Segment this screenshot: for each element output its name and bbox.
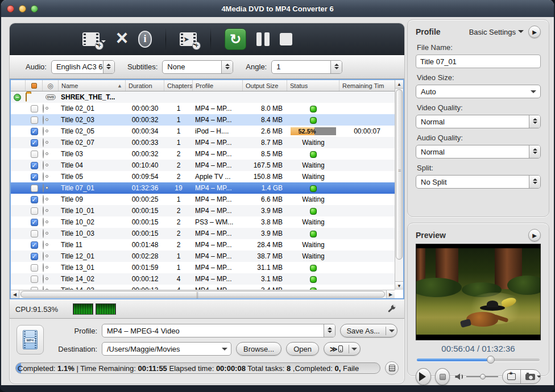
table-row[interactable]: Title 07_01 01:32:36 19 MP4 – MP... 1.4 … bbox=[11, 182, 395, 194]
stepper-icon[interactable] bbox=[529, 145, 540, 158]
row-checkbox[interactable]: ✓ bbox=[31, 241, 38, 249]
subtitles-select[interactable]: None bbox=[162, 60, 233, 74]
profile-select[interactable]: MP4 – MPEG-4 Video bbox=[102, 324, 336, 337]
preset-select[interactable]: Basic Settings bbox=[469, 28, 524, 36]
preview-expand-button[interactable]: ▶ bbox=[528, 229, 541, 241]
table-row[interactable]: Title 02_03 00:00:32 1 MP4 – MP... 8.4 M… bbox=[11, 114, 395, 126]
column-disc[interactable]: ◎ bbox=[43, 80, 59, 91]
row-checkbox[interactable]: ✓ bbox=[31, 128, 38, 135]
volume-knob[interactable] bbox=[480, 374, 486, 380]
row-checkbox[interactable] bbox=[31, 264, 38, 272]
title-profile: MP4 – MP... bbox=[193, 241, 243, 249]
row-checkbox[interactable] bbox=[31, 151, 38, 158]
transfer-dropdown-arrow-icon[interactable] bbox=[349, 345, 360, 353]
column-profile[interactable]: Profile bbox=[193, 80, 243, 91]
collapse-expander-icon[interactable]: − bbox=[14, 94, 21, 101]
video-quality-select[interactable]: Normal bbox=[416, 115, 541, 128]
table-row[interactable]: Title 03 00:00:32 2 MP4 – MP... 8.5 MB bbox=[11, 148, 395, 160]
stepper-icon[interactable] bbox=[324, 324, 335, 337]
open-button[interactable]: Open bbox=[286, 342, 319, 356]
destination-select[interactable]: /Users/Maggie/Movies bbox=[102, 342, 231, 356]
row-checkbox[interactable] bbox=[31, 230, 38, 237]
horizontal-scroll-thumb[interactable] bbox=[20, 291, 385, 298]
scroll-right-icon[interactable]: ▶ bbox=[386, 290, 395, 298]
row-checkbox[interactable]: ✓ bbox=[31, 196, 38, 203]
table-row[interactable]: ✓ Title 11 00:01:48 2 MP4 – MP... 28.4 M… bbox=[11, 239, 395, 251]
dvd-icon: DVD bbox=[45, 94, 56, 100]
stepper-icon[interactable] bbox=[529, 176, 540, 188]
seek-knob[interactable] bbox=[487, 356, 495, 364]
column-remaining[interactable]: Remaining Tim bbox=[339, 80, 395, 91]
scroll-left-icon[interactable]: ◀ bbox=[11, 290, 19, 298]
stepper-icon[interactable] bbox=[330, 61, 342, 73]
vertical-scroll-thumb[interactable] bbox=[396, 89, 403, 260]
volume-slider[interactable] bbox=[466, 373, 498, 380]
audio-quality-select[interactable]: Normal bbox=[416, 145, 541, 159]
table-row[interactable]: Title 13_01 00:01:59 1 MP4 – MP... 31.1 … bbox=[11, 262, 395, 273]
audio-select[interactable]: English AC3 6cl bbox=[51, 60, 115, 74]
add-file-button[interactable]: ➤ + bbox=[180, 32, 197, 46]
title-chapters: 1 bbox=[164, 127, 193, 135]
table-row[interactable]: Title 14_03 00:00:13 4 MP4 – MP... 3.4 M… bbox=[11, 285, 395, 290]
video-size-select[interactable]: Auto bbox=[416, 85, 541, 98]
horizontal-scrollbar[interactable]: ◀ ▶ bbox=[11, 290, 395, 298]
table-row[interactable]: ✓ Title 02_07 00:00:33 1 MP4 – MP... 8.7… bbox=[11, 137, 395, 148]
table-row[interactable]: ✓ Title 05 00:09:54 2 Apple TV ... 150.8… bbox=[11, 171, 395, 182]
row-checkbox[interactable]: ✓ bbox=[31, 162, 38, 169]
table-row[interactable]: ✓ Title 02_05 00:00:34 1 iPod – H.... 2.… bbox=[11, 126, 395, 137]
table-row-folder[interactable]: − DVD SHREK_THE_T... bbox=[11, 91, 395, 103]
column-duration[interactable]: Duration bbox=[126, 80, 164, 91]
stepper-icon[interactable] bbox=[103, 61, 114, 73]
split-select[interactable]: No Split bbox=[416, 175, 541, 189]
table-row[interactable]: Title 14_02 00:00:12 4 MP4 – MP... 3.1 M… bbox=[11, 273, 395, 285]
column-name[interactable]: Name▲ bbox=[59, 80, 126, 91]
stop-button[interactable] bbox=[280, 33, 292, 45]
snapshot-button[interactable] bbox=[520, 370, 541, 383]
row-checkbox[interactable]: ✓ bbox=[31, 219, 38, 226]
remove-button[interactable]: × bbox=[116, 30, 128, 47]
table-row[interactable]: Title 10_03 00:00:15 2 MP4 – MP... 3.9 M… bbox=[11, 228, 395, 239]
scroll-down-icon[interactable]: ▼ bbox=[395, 281, 403, 290]
add-video-button[interactable]: + bbox=[82, 32, 106, 46]
column-chapters[interactable]: Chapters bbox=[164, 80, 193, 91]
row-checkbox[interactable] bbox=[31, 116, 38, 124]
column-checkbox[interactable] bbox=[26, 80, 43, 91]
table-row[interactable]: ✓ Title 12_01 00:02:28 1 MP4 – MP... 38.… bbox=[11, 251, 395, 262]
column-expander[interactable] bbox=[11, 80, 26, 91]
stepper-icon[interactable] bbox=[529, 115, 540, 128]
row-checkbox[interactable] bbox=[31, 276, 38, 283]
table-row[interactable]: Title 02_01 00:00:30 1 MP4 – MP... 8.0 M… bbox=[11, 103, 395, 114]
log-button[interactable] bbox=[385, 361, 399, 375]
column-output-size[interactable]: Output Size bbox=[243, 80, 287, 91]
convert-button[interactable]: ↻ bbox=[225, 28, 246, 50]
stepper-icon[interactable] bbox=[221, 61, 233, 73]
scroll-up-icon[interactable]: ▲ bbox=[395, 80, 403, 89]
table-row[interactable]: Title 10_01 00:00:15 2 MP4 – MP... 3.9 M… bbox=[11, 205, 395, 216]
vertical-scrollbar[interactable]: ▲ ▼ bbox=[395, 80, 403, 290]
row-checkbox[interactable] bbox=[31, 207, 38, 215]
seek-slider[interactable] bbox=[417, 356, 540, 364]
row-checkbox[interactable]: ✓ bbox=[31, 253, 38, 260]
column-status[interactable]: Status bbox=[287, 80, 339, 91]
row-checkbox[interactable]: ✓ bbox=[31, 173, 38, 181]
table-row[interactable]: ✓ Title 09 00:00:25 1 MP4 – MP... 6.6 MB… bbox=[11, 194, 395, 205]
status-progress-bar: 52.5% bbox=[291, 127, 336, 135]
table-row[interactable]: ✓ Title 04 00:10:40 2 MP4 – MP... 167.5 … bbox=[11, 160, 395, 171]
apply-to-clip-button[interactable] bbox=[503, 370, 520, 383]
profile-expand-button[interactable]: ▶ bbox=[528, 26, 541, 38]
browse-button[interactable]: Browse... bbox=[236, 342, 281, 356]
pause-button[interactable] bbox=[256, 32, 270, 46]
row-checkbox[interactable] bbox=[31, 185, 38, 192]
row-checkbox[interactable] bbox=[31, 105, 38, 112]
info-button[interactable]: i bbox=[138, 31, 152, 48]
row-checkbox[interactable]: ✓ bbox=[31, 139, 38, 147]
stop-playback-button[interactable] bbox=[435, 368, 450, 385]
table-row[interactable]: ✓ Title 10_02 00:00:15 2 PS3 – WM... 3.8… bbox=[11, 216, 395, 228]
play-button[interactable] bbox=[416, 368, 431, 385]
save-as-dropdown-arrow-icon[interactable] bbox=[386, 327, 397, 335]
angle-select[interactable]: 1 bbox=[271, 60, 342, 74]
file-name-input[interactable]: Title 07_01 bbox=[416, 55, 541, 68]
save-as-button[interactable]: Save As... bbox=[340, 324, 397, 337]
settings-wrench-button[interactable] bbox=[384, 302, 399, 316]
transfer-to-device-button[interactable]: ≫ bbox=[324, 342, 361, 356]
